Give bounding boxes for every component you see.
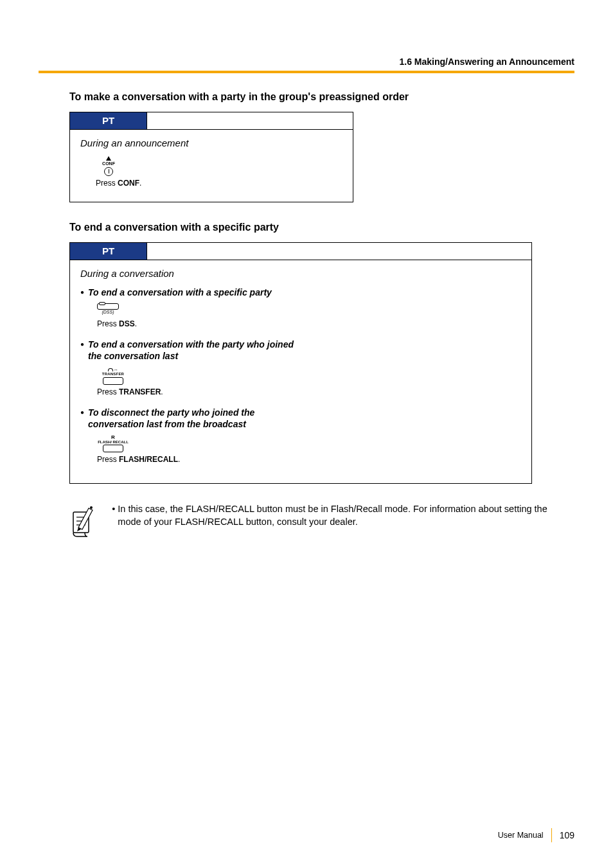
step-end-last: To end a conversation with the party who…	[70, 339, 531, 406]
svg-point-4	[90, 506, 93, 509]
tab-row: PT	[70, 112, 353, 130]
procedure-box-end: PT During a conversation To end a conver…	[69, 242, 532, 484]
bullet-text: To disconnect the party who joined the c…	[88, 407, 294, 430]
procedure-box-make: PT During an announcement CONF Press CON…	[69, 112, 353, 202]
transfer-icon-label: TRANSFER	[102, 372, 124, 376]
arrows-icon: ↔	[114, 368, 118, 372]
section-header: 1.6 Making/Answering an Announcement	[39, 0, 574, 67]
press-prefix: Press	[97, 387, 119, 396]
tab-spacer	[147, 243, 531, 260]
flash-key-graphic	[103, 445, 123, 452]
tab-spacer	[147, 112, 353, 129]
bullet-icon	[80, 407, 84, 418]
conf-icon-label: CONF	[102, 161, 115, 166]
bullet-line: To end a conversation with the party who…	[80, 339, 521, 362]
press-prefix: Press	[96, 179, 118, 188]
press-prefix: Press	[97, 455, 119, 464]
triangle-icon	[106, 156, 111, 161]
press-button-name: TRANSFER	[119, 387, 161, 396]
context-text: During a conversation	[70, 260, 531, 287]
press-suffix: .	[161, 387, 163, 396]
bullet-dot: •	[109, 503, 118, 528]
dss-icon: (DSS)	[97, 303, 119, 314]
bullet-text: To end a conversation with the party who…	[88, 339, 294, 362]
press-button-name: CONF	[118, 179, 139, 188]
dss-icon-label: (DSS)	[97, 310, 119, 314]
footer-page-number: 109	[560, 830, 574, 840]
title-make-conversation: To make a conversation with a party in t…	[39, 91, 574, 103]
conf-icon: CONF	[96, 156, 121, 176]
transfer-key-graphic	[103, 377, 123, 385]
context-text: During an announcement	[70, 130, 353, 156]
page-footer: User Manual 109	[498, 828, 574, 842]
bullet-icon	[80, 339, 84, 350]
handset-icon	[108, 368, 113, 371]
tab-row: PT	[70, 243, 531, 260]
tab-pt: PT	[70, 243, 147, 260]
transfer-top-graphic: ↔	[108, 368, 118, 372]
press-instruction: Press FLASH/RECALL.	[97, 455, 521, 464]
press-suffix: .	[178, 455, 180, 464]
conf-button-graphic	[104, 167, 113, 176]
press-instruction: Press TRANSFER.	[97, 387, 521, 396]
dss-key-graphic	[97, 303, 119, 310]
footer-manual-label: User Manual	[498, 831, 544, 840]
press-suffix: .	[139, 179, 141, 188]
flash-recall-icon: R FLASH/ RECALL	[97, 435, 129, 452]
bullet-line: To end a conversation with a specific pa…	[80, 287, 521, 298]
note-bullet: • In this case, the FLASH/RECALL button …	[109, 503, 565, 528]
footer-divider	[551, 828, 552, 842]
press-suffix: .	[135, 319, 137, 328]
bullet-text: To end a conversation with a specific pa…	[88, 287, 272, 298]
notepad-icon	[69, 503, 98, 539]
header-rule	[39, 71, 574, 73]
press-prefix: Press	[97, 319, 119, 328]
step-disconnect-broadcast: To disconnect the party who joined the c…	[70, 407, 531, 474]
press-instruction: Press CONF.	[96, 179, 353, 188]
note-block: • In this case, the FLASH/RECALL button …	[69, 503, 565, 539]
press-button-name: DSS	[119, 319, 135, 328]
note-body: • In this case, the FLASH/RECALL button …	[109, 503, 565, 539]
press-button-name: FLASH/RECALL	[119, 455, 178, 464]
bullet-icon	[80, 287, 84, 298]
flash-r-label: R	[111, 435, 115, 440]
note-text: In this case, the FLASH/RECALL button mu…	[118, 503, 565, 528]
press-instruction: Press DSS.	[97, 319, 521, 328]
title-end-conversation: To end a conversation with a specific pa…	[39, 222, 574, 233]
tab-pt: PT	[70, 112, 147, 129]
flash-icon-label: FLASH/ RECALL	[98, 440, 129, 444]
bullet-line: To disconnect the party who joined the c…	[80, 407, 521, 430]
transfer-icon: ↔ TRANSFER	[97, 368, 129, 385]
step-end-specific: To end a conversation with a specific pa…	[70, 287, 531, 339]
